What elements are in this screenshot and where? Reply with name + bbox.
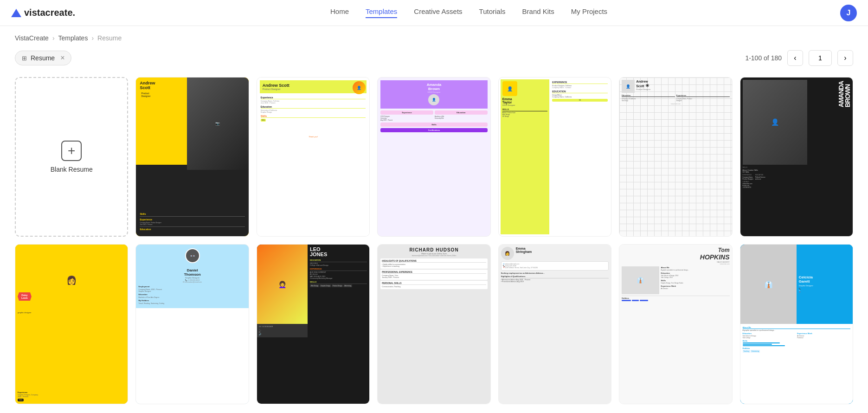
blank-plus-icon: + (61, 141, 82, 161)
nav-tutorials[interactable]: Tutorials (479, 7, 506, 18)
pagination-range: 1-100 of 180 (745, 54, 782, 62)
nav-creative-assets[interactable]: Creative Assets (414, 7, 462, 18)
nav-my-projects[interactable]: My Projects (571, 7, 607, 18)
filter-tag-label: Resume (31, 54, 55, 62)
nav-home[interactable]: Home (330, 7, 349, 18)
template-card[interactable]: 📷 AndrewScott ProductDesigner Skills Exp… (135, 77, 249, 237)
template-card[interactable]: Andrew Scott Product Designer 👤 Experien… (257, 77, 370, 237)
template-card[interactable]: TomHOPKINS SALES AGENT vistacreate.com 👔… (619, 244, 732, 404)
blank-resume-card[interactable]: + Blank Resume (15, 77, 128, 237)
breadcrumb: VistaCreate › Templates › Resume (0, 26, 868, 46)
template-card[interactable]: 👩‍🦱 UX / UI DESIGNER 📞✉🔗 LEOJONES EDUCAT… (257, 244, 370, 404)
template-grid: + Blank Resume 📷 AndrewScott ProductDesi… (0, 73, 868, 413)
template-card[interactable]: 👤 AndrewScott ✳ Product Designer Educati… (619, 77, 732, 237)
filter-tag-icon: ⊞ (22, 55, 27, 62)
template-card[interactable]: AmandaBrown UX/UI Designer 👤 Experience … (377, 77, 490, 237)
filter-tag-close[interactable]: × (60, 54, 64, 62)
breadcrumb-resume: Resume (97, 34, 122, 42)
prev-page-button[interactable]: ‹ (787, 50, 803, 66)
breadcrumb-templates[interactable]: Templates (58, 34, 88, 42)
nav-brand-kits[interactable]: Brand Kits (522, 7, 554, 18)
logo-text: vistacreate. (24, 7, 75, 18)
template-card[interactable]: 👤 EmmaTaylor UI/UX Designer SKILLS Adobe… (498, 77, 611, 237)
logo-icon (11, 9, 21, 17)
filter-bar: ⊞ Resume × 1-100 of 180 ‹ › (0, 46, 868, 73)
page-number-input[interactable] (809, 50, 832, 66)
next-page-button[interactable]: › (837, 50, 853, 66)
blank-resume-label: Blank Resume (51, 166, 93, 173)
avatar[interactable]: J (840, 5, 857, 21)
navbar: vistacreate. Home Templates Creative Ass… (0, 0, 868, 26)
template-card[interactable]: 👩 DaisyLewis graphic designer Experience… (15, 244, 128, 404)
breadcrumb-vistacreate[interactable]: VistaCreate (15, 34, 49, 42)
pagination: 1-100 of 180 ‹ › (745, 50, 853, 66)
template-card[interactable]: 👔 CelciciaGarett Graphic Designer 📞✉📍 Ab… (740, 244, 853, 404)
template-card[interactable]: 👩 EmmaStringham 📧 advisor@email.com 📞 (5… (498, 244, 611, 404)
template-card[interactable]: AMANDABROWN 👤 SKILLS Above Creative Skil… (740, 77, 853, 237)
logo[interactable]: vistacreate. (11, 7, 75, 18)
nav-templates[interactable]: Templates (366, 7, 397, 18)
resume-filter-tag[interactable]: ⊞ Resume × (15, 51, 71, 65)
template-card[interactable]: 👓 DanielThomson Graphic Designer 📞 +1 20… (135, 244, 249, 404)
nav-links: Home Templates Creative Assets Tutorials… (97, 7, 840, 18)
template-card[interactable]: RICHARD HUDSON Obtain a job as an Online… (377, 244, 490, 404)
